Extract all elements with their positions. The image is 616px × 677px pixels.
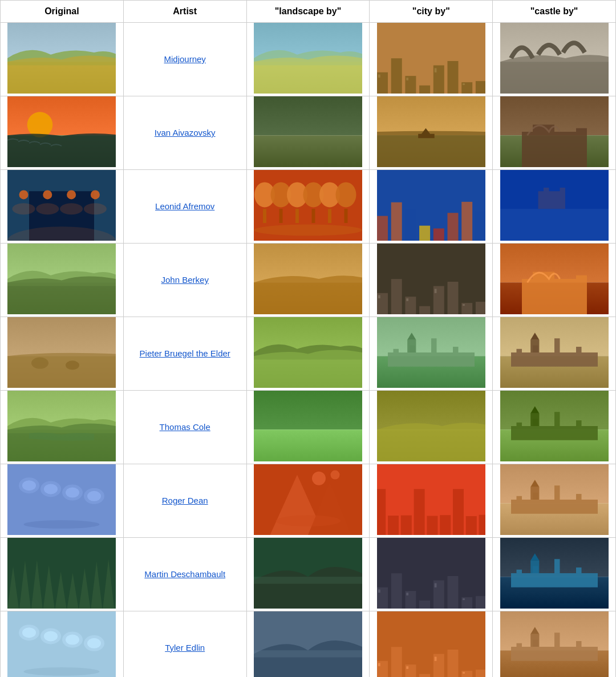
- header-city: "city by": [370, 1, 493, 23]
- svg-rect-91: [463, 304, 465, 306]
- artist-cell-midjourney: Midjourney: [123, 23, 246, 96]
- castle-image-thomas-cole: [493, 391, 616, 464]
- svg-rect-86: [419, 306, 430, 314]
- artist-link-midjourney[interactable]: Midjourney: [164, 54, 206, 64]
- castle-image-roger-dean: [493, 464, 616, 538]
- artist-link-thomas-cole[interactable]: Thomas Cole: [160, 422, 210, 432]
- castle-image-ivan-aivazovsky: [493, 96, 616, 170]
- artist-link-roger-dean[interactable]: Roger Dean: [162, 496, 208, 505]
- artist-cell-roger-dean: Roger Dean: [123, 464, 246, 538]
- svg-rect-219: [476, 670, 485, 677]
- table-row-tyler-edlin: Tyler Edlin: [1, 611, 616, 678]
- city-image-leonid-afremov: [370, 170, 493, 244]
- svg-point-97: [31, 358, 48, 369]
- svg-point-129: [87, 491, 101, 501]
- original-image-leonid-afremov: [1, 170, 124, 244]
- original-image-martin-deschambault: [1, 538, 124, 611]
- landscape-image-leonid-afremov: [246, 170, 370, 244]
- svg-point-59: [254, 224, 362, 236]
- svg-point-98: [66, 360, 79, 370]
- svg-point-36: [13, 203, 35, 214]
- svg-point-134: [312, 472, 326, 485]
- svg-point-130: [24, 520, 100, 529]
- svg-rect-14: [434, 68, 436, 72]
- svg-rect-66: [419, 226, 430, 241]
- city-image-midjourney: [370, 23, 493, 96]
- table-row-leonid-afremov: Leonid Afremov: [1, 170, 616, 244]
- artist-cell-thomas-cole: Thomas Cole: [123, 391, 246, 464]
- svg-rect-204: [254, 650, 362, 657]
- svg-rect-181: [447, 576, 458, 609]
- svg-rect-215: [434, 656, 436, 660]
- svg-rect-25: [254, 135, 362, 167]
- artist-cell-leonid-afremov: Leonid Afremov: [123, 170, 246, 244]
- svg-rect-107: [530, 340, 539, 352]
- svg-rect-169: [254, 577, 362, 583]
- svg-point-197: [66, 635, 79, 645]
- artist-link-leonid-afremov[interactable]: Leonid Afremov: [155, 201, 214, 211]
- svg-point-57: [335, 182, 356, 207]
- svg-point-135: [330, 471, 339, 480]
- landscape-image-roger-dean: [246, 464, 370, 538]
- landscape-image-ivan-aivazovsky: [246, 96, 370, 170]
- table-row-midjourney: Midjourney: [1, 23, 616, 96]
- svg-rect-65: [405, 209, 416, 241]
- svg-rect-151: [530, 487, 539, 500]
- svg-point-38: [37, 203, 59, 214]
- svg-point-35: [19, 190, 29, 199]
- artist-cell-pieter-bruegel: Pieter Bruegel the Elder: [123, 317, 246, 391]
- svg-rect-148: [479, 515, 485, 535]
- artist-link-martin-deschambault[interactable]: Martin Deschambault: [144, 569, 225, 579]
- svg-rect-67: [433, 229, 444, 241]
- svg-point-40: [60, 203, 83, 214]
- svg-point-195: [44, 631, 58, 641]
- svg-point-123: [22, 480, 36, 490]
- original-image-pieter-bruegel: [1, 317, 124, 391]
- artist-cell-tyler-edlin: Tyler Edlin: [123, 611, 246, 678]
- svg-rect-70: [476, 212, 485, 241]
- header-castle: "castle by": [493, 1, 616, 23]
- city-image-martin-deschambault: [370, 538, 493, 611]
- artist-link-tyler-edlin[interactable]: Tyler Edlin: [165, 643, 205, 652]
- artist-comparison-table: Original Artist "landscape by" "city by"…: [0, 0, 616, 677]
- svg-rect-24: [254, 96, 362, 135]
- artist-cell-john-berkey: John Berkey: [123, 244, 246, 317]
- original-image-tyler-edlin: [1, 611, 124, 678]
- svg-point-193: [22, 627, 36, 638]
- svg-rect-217: [461, 671, 472, 677]
- castle-image-midjourney: [493, 23, 616, 96]
- artist-link-ivan-aivazovsky[interactable]: Ivan Aivazovsky: [155, 128, 216, 137]
- table-row-pieter-bruegel: Pieter Bruegel the Elder: [1, 317, 616, 391]
- svg-rect-64: [391, 202, 402, 241]
- svg-rect-145: [440, 515, 451, 535]
- artist-link-pieter-bruegel[interactable]: Pieter Bruegel the Elder: [140, 348, 230, 358]
- landscape-image-tyler-edlin: [246, 611, 370, 678]
- svg-rect-177: [406, 593, 408, 595]
- landscape-image-pieter-bruegel: [246, 317, 370, 391]
- svg-rect-54: [311, 209, 315, 223]
- svg-rect-175: [391, 573, 402, 609]
- svg-rect-8: [378, 75, 380, 78]
- svg-rect-17: [463, 83, 465, 85]
- table-row-john-berkey: John Berkey: [1, 244, 616, 317]
- landscape-image-thomas-cole: [246, 391, 370, 464]
- svg-rect-92: [476, 302, 485, 314]
- city-image-tyler-edlin: [370, 611, 493, 678]
- castle-image-john-berkey: [493, 244, 616, 317]
- castle-image-martin-deschambault: [493, 538, 616, 611]
- svg-rect-111: [254, 391, 362, 429]
- svg-rect-183: [463, 598, 465, 600]
- artist-link-john-berkey[interactable]: John Berkey: [161, 275, 209, 285]
- svg-rect-140: [377, 489, 386, 535]
- svg-rect-184: [476, 596, 485, 609]
- svg-rect-95: [7, 317, 116, 356]
- artist-cell-ivan-aivazovsky: Ivan Aivazovsky: [123, 96, 246, 170]
- svg-point-42: [84, 203, 107, 214]
- svg-point-23: [27, 112, 53, 137]
- svg-rect-82: [378, 295, 380, 299]
- table-row-ivan-aivazovsky: Ivan Aivazovsky: [1, 96, 616, 170]
- svg-rect-146: [453, 489, 464, 535]
- svg-rect-112: [254, 429, 362, 461]
- svg-rect-68: [447, 213, 458, 241]
- header-original: Original: [1, 1, 124, 23]
